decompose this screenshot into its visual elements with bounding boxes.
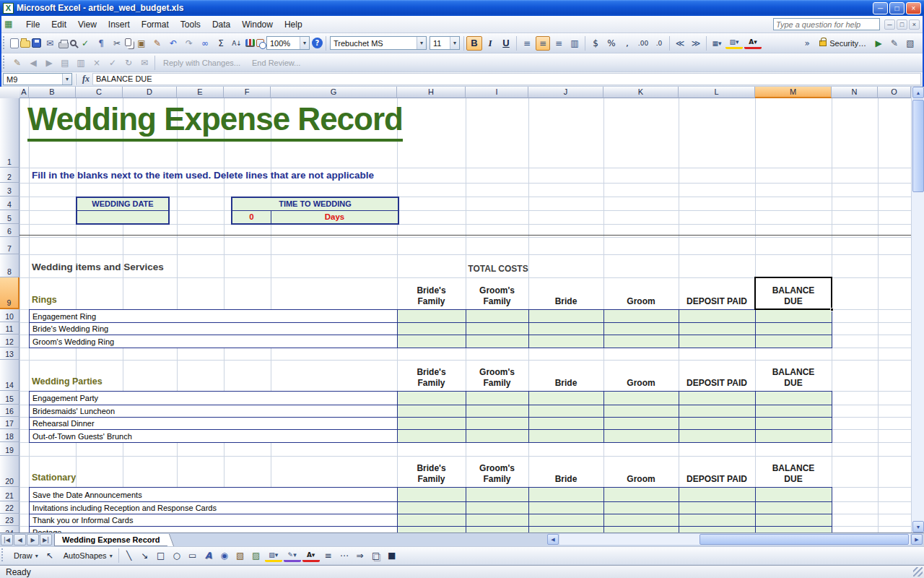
expense-amount-cell[interactable] xyxy=(755,391,832,405)
expense-amount-cell[interactable] xyxy=(755,526,832,532)
zoom-combo[interactable]: 100% xyxy=(266,36,310,50)
row-header-18[interactable]: 18 xyxy=(0,429,19,442)
title-bar[interactable]: X Microsoft Excel - article_wed_budget.x… xyxy=(0,0,924,16)
draw-menu-button[interactable]: Draw xyxy=(8,548,42,563)
shadow-style-icon[interactable]: □ xyxy=(369,548,383,563)
align-right-icon[interactable]: ≡ xyxy=(552,36,566,51)
drawing-icon[interactable] xyxy=(256,39,264,47)
column-group-header[interactable]: DEPOSIT PAID xyxy=(679,456,755,487)
chevron-down-icon[interactable] xyxy=(417,37,426,49)
formula-input[interactable]: BALANCE DUE xyxy=(92,73,921,85)
expense-amount-cell[interactable] xyxy=(466,309,529,323)
row-header-16[interactable]: 16 xyxy=(0,405,19,417)
expense-amount-cell[interactable] xyxy=(679,514,756,527)
expense-amount-cell[interactable] xyxy=(755,429,832,443)
font-name-combo[interactable]: Trebuchet MS xyxy=(330,36,427,50)
column-header-F[interactable]: F xyxy=(224,87,271,98)
align-left-icon[interactable]: ≡ xyxy=(520,36,534,51)
column-header-G[interactable]: G xyxy=(271,87,397,98)
minimize-button[interactable]: ─ xyxy=(873,2,888,14)
expense-item-cell[interactable]: Engagement Ring xyxy=(29,309,398,323)
expense-amount-cell[interactable] xyxy=(528,335,604,348)
increase-decimal-icon[interactable]: .00 xyxy=(636,36,650,51)
expense-amount-cell[interactable] xyxy=(466,429,529,443)
research-icon[interactable]: ¶ xyxy=(94,36,108,51)
comma-style-icon[interactable]: , xyxy=(620,36,635,51)
font-size-combo[interactable]: 11 xyxy=(430,36,460,50)
expense-amount-cell[interactable] xyxy=(679,429,756,443)
column-group-header[interactable]: Bride xyxy=(528,456,603,487)
days-count-cell[interactable]: 0 xyxy=(232,211,271,223)
help-icon[interactable]: ? xyxy=(312,38,323,48)
column-header-I[interactable]: I xyxy=(466,87,528,98)
expense-amount-cell[interactable] xyxy=(755,501,832,514)
column-header-M[interactable]: M xyxy=(755,87,832,98)
expense-item-cell[interactable]: Bridesmaids' Luncheon xyxy=(29,405,398,418)
section-title-cell[interactable]: Wedding Parties xyxy=(32,376,103,387)
chevron-down-icon[interactable] xyxy=(62,74,71,85)
redo-icon[interactable]: ↷ xyxy=(182,36,196,51)
sort-ascending-icon[interactable]: A↓ xyxy=(230,36,244,51)
restore-button[interactable]: □ xyxy=(889,2,905,14)
days-unit-cell[interactable]: Days xyxy=(271,211,398,223)
row-header-10[interactable]: 10 xyxy=(0,309,19,322)
expense-amount-cell[interactable] xyxy=(679,501,756,514)
open-folder-icon[interactable] xyxy=(20,40,30,48)
expense-amount-cell[interactable] xyxy=(466,322,529,335)
send-mail-icon[interactable]: ✉ xyxy=(137,56,152,70)
autosum-icon[interactable]: Σ xyxy=(214,36,228,51)
rectangle-icon[interactable]: □ xyxy=(154,548,168,563)
autoshapes-menu-button[interactable]: AutoShapes xyxy=(58,548,116,563)
expense-amount-cell[interactable] xyxy=(466,417,529,430)
column-group-header[interactable]: Groom'sFamily xyxy=(466,456,528,487)
last-sheet-button[interactable]: ▶| xyxy=(40,534,52,545)
print-icon[interactable] xyxy=(58,42,69,48)
workbook-minimize-button[interactable]: ─ xyxy=(884,20,895,30)
instructions-text[interactable]: Fill in the blanks next to the item used… xyxy=(32,170,374,181)
row-header-8[interactable]: 8 xyxy=(0,254,19,277)
line-icon[interactable]: ╲ xyxy=(122,548,136,563)
expense-amount-cell[interactable] xyxy=(679,405,756,418)
arrow-icon[interactable]: ↘ xyxy=(138,548,152,563)
column-group-header[interactable]: Groom xyxy=(603,456,679,487)
spelling-icon[interactable]: ✓ xyxy=(78,36,92,51)
insert-hyperlink-icon[interactable]: ∞ xyxy=(198,36,212,51)
save-icon[interactable] xyxy=(32,38,41,48)
row-header-4[interactable]: 4 xyxy=(0,197,19,210)
column-group-header[interactable]: DEPOSIT PAID xyxy=(679,360,755,391)
expense-amount-cell[interactable] xyxy=(466,514,529,527)
row-header-12[interactable]: 12 xyxy=(0,335,19,348)
total-costs-heading[interactable]: TOTAL COSTS xyxy=(448,264,549,274)
decrease-indent-icon[interactable]: ≪ xyxy=(673,36,687,51)
horizontal-scrollbar[interactable]: ◀ ▶ xyxy=(547,533,923,545)
section-title-cell[interactable]: Rings xyxy=(32,295,57,305)
column-header-J[interactable]: J xyxy=(528,87,603,98)
font-color-icon[interactable]: A▾ xyxy=(302,550,320,562)
reply-with-changes-button[interactable]: Reply with Changes... xyxy=(157,59,246,67)
expense-amount-cell[interactable] xyxy=(466,487,529,502)
select-objects-icon[interactable]: ↖ xyxy=(43,548,57,563)
expense-amount-cell[interactable] xyxy=(397,405,466,418)
wedding-date-box[interactable]: WEDDING DATE xyxy=(76,197,170,225)
underline-button[interactable]: U xyxy=(498,36,514,51)
expense-amount-cell[interactable] xyxy=(466,526,529,532)
fill-handle[interactable] xyxy=(830,308,834,311)
column-group-header[interactable]: DEPOSIT PAID xyxy=(679,277,755,309)
bold-button[interactable]: B xyxy=(466,36,482,51)
format-painter-icon[interactable]: ✎ xyxy=(150,36,165,51)
previous-comment-icon[interactable]: ◀ xyxy=(26,56,40,70)
row-header-14[interactable]: 14 xyxy=(0,360,19,391)
vertical-scroll-thumb[interactable] xyxy=(912,100,924,192)
insert-function-icon[interactable]: fx xyxy=(79,74,92,85)
menu-item-tools[interactable]: Tools xyxy=(175,17,206,32)
row-header-3[interactable]: 3 xyxy=(0,183,19,197)
row-header-1[interactable]: 1 xyxy=(0,98,19,168)
paste-icon[interactable]: ▣ xyxy=(134,36,149,51)
row-header-23[interactable]: 23 xyxy=(0,514,19,526)
previous-sheet-button[interactable]: ◀ xyxy=(14,534,26,545)
column-group-header[interactable]: Bride xyxy=(528,360,603,391)
expense-item-cell[interactable]: Bride's Wedding Ring xyxy=(29,322,398,335)
end-review-button[interactable]: End Review... xyxy=(246,59,306,67)
wordart-icon[interactable]: A xyxy=(201,548,216,563)
column-group-header[interactable]: BALANCEDUE xyxy=(755,360,832,391)
